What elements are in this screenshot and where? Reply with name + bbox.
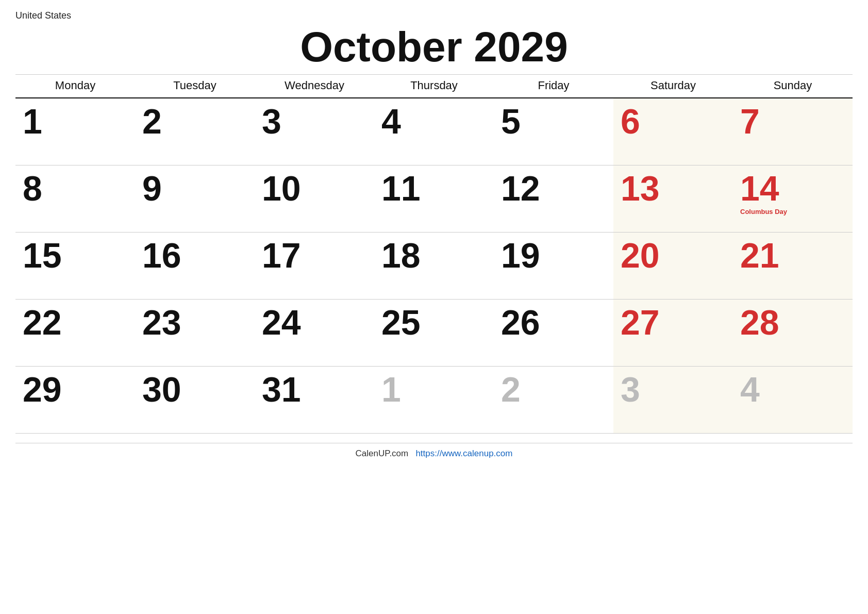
calendar-cell: 31 xyxy=(255,366,374,433)
day-number: 7 xyxy=(740,104,845,139)
calendar-cell: 4 xyxy=(733,366,853,433)
calendar-cell: 26 xyxy=(494,299,613,366)
day-number: 29 xyxy=(23,372,128,407)
day-number: 8 xyxy=(23,171,128,206)
calendar-cell: 3 xyxy=(255,98,374,165)
calendar-cell: 6 xyxy=(613,98,733,165)
day-number: 2 xyxy=(142,104,247,139)
day-number: 16 xyxy=(142,238,247,273)
calendar-cell: 1 xyxy=(374,366,494,433)
day-number: 30 xyxy=(142,372,247,407)
day-number: 28 xyxy=(740,305,845,340)
calendar-cell: 20 xyxy=(613,232,733,299)
day-header-wednesday: Wednesday xyxy=(255,75,374,98)
day-number: 27 xyxy=(621,305,726,340)
calendar-cell: 27 xyxy=(613,299,733,366)
calendar-cell: 21 xyxy=(733,232,853,299)
calendar-cell: 25 xyxy=(374,299,494,366)
day-number: 31 xyxy=(262,372,367,407)
day-number: 18 xyxy=(381,238,487,273)
day-number: 4 xyxy=(381,104,487,139)
footer-site-url[interactable]: https://www.calenup.com xyxy=(415,449,512,458)
footer-site-name: CalenUP.com xyxy=(356,449,409,458)
calendar-cell: 4 xyxy=(374,98,494,165)
calendar-cell: 29 xyxy=(15,366,135,433)
day-number: 4 xyxy=(740,372,845,407)
calendar-cell: 17 xyxy=(255,232,374,299)
calendar-cell: 30 xyxy=(135,366,255,433)
day-header-thursday: Thursday xyxy=(374,75,494,98)
day-number: 9 xyxy=(142,171,247,206)
calendar-cell: 9 xyxy=(135,165,255,232)
calendar-cell: 24 xyxy=(255,299,374,366)
day-number: 21 xyxy=(740,238,845,273)
day-number: 1 xyxy=(23,104,128,139)
day-number: 12 xyxy=(501,171,606,206)
calendar-cell: 14Columbus Day xyxy=(733,165,853,232)
calendar-cell: 22 xyxy=(15,299,135,366)
day-number: 6 xyxy=(621,104,726,139)
day-number: 17 xyxy=(262,238,367,273)
calendar-cell: 23 xyxy=(135,299,255,366)
day-header-sunday: Sunday xyxy=(733,75,853,98)
calendar-cell: 8 xyxy=(15,165,135,232)
calendar-cell: 3 xyxy=(613,366,733,433)
day-number: 13 xyxy=(621,171,726,206)
day-header-tuesday: Tuesday xyxy=(135,75,255,98)
calendar-cell: 28 xyxy=(733,299,853,366)
day-number: 26 xyxy=(501,305,606,340)
day-number: 1 xyxy=(381,372,487,407)
day-header-saturday: Saturday xyxy=(613,75,733,98)
calendar-cell: 10 xyxy=(255,165,374,232)
calendar-cell: 7 xyxy=(733,98,853,165)
calendar-cell: 1 xyxy=(15,98,135,165)
calendar-cell: 13 xyxy=(613,165,733,232)
calendar-cell: 19 xyxy=(494,232,613,299)
page-title: October 2029 xyxy=(15,24,853,70)
footer: CalenUP.com https://www.calenup.com xyxy=(15,443,853,459)
calendar-cell: 11 xyxy=(374,165,494,232)
day-number: 3 xyxy=(262,104,367,139)
calendar-cell: 5 xyxy=(494,98,613,165)
day-number: 11 xyxy=(381,171,487,206)
day-number: 19 xyxy=(501,238,606,273)
day-number: 3 xyxy=(621,372,726,407)
day-number: 10 xyxy=(262,171,367,206)
calendar-cell: 16 xyxy=(135,232,255,299)
calendar-cell: 2 xyxy=(135,98,255,165)
calendar-table: MondayTuesdayWednesdayThursdayFridaySatu… xyxy=(15,74,853,434)
day-header-friday: Friday xyxy=(494,75,613,98)
day-number: 24 xyxy=(262,305,367,340)
day-header-monday: Monday xyxy=(15,75,135,98)
day-number: 15 xyxy=(23,238,128,273)
calendar-cell: 15 xyxy=(15,232,135,299)
day-number: 20 xyxy=(621,238,726,273)
day-number: 22 xyxy=(23,305,128,340)
day-number: 14 xyxy=(740,171,845,206)
day-number: 25 xyxy=(381,305,487,340)
holiday-label: Columbus Day xyxy=(740,208,845,215)
day-number: 5 xyxy=(501,104,606,139)
country-label: United States xyxy=(15,10,853,21)
calendar-cell: 18 xyxy=(374,232,494,299)
calendar-cell: 12 xyxy=(494,165,613,232)
calendar-cell: 2 xyxy=(494,366,613,433)
day-number: 2 xyxy=(501,372,606,407)
day-number: 23 xyxy=(142,305,247,340)
